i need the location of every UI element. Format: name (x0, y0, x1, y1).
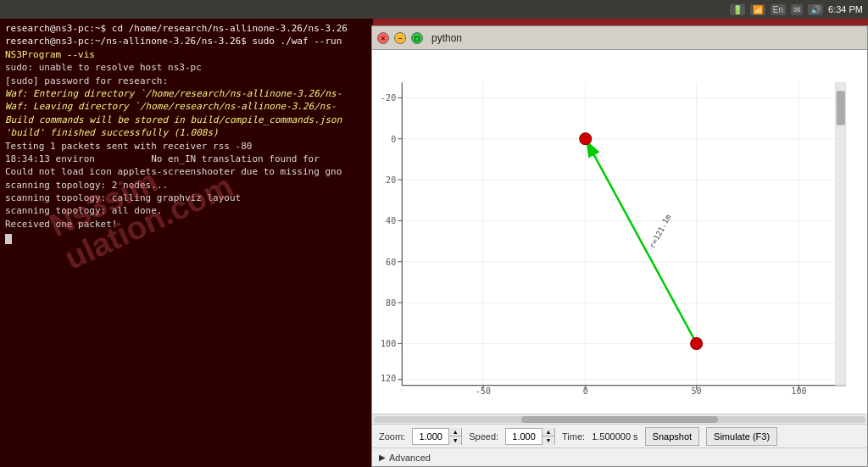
zoom-down-button[interactable]: ▼ (449, 436, 461, 445)
scroll-track (374, 416, 865, 423)
terminal-line-14: scanning topology: all done. (5, 204, 368, 217)
terminal-line-15: Received one packet! (5, 218, 368, 231)
svg-text:120: 120 (381, 374, 396, 383)
time-value: 1.500000 s (592, 431, 637, 442)
terminal-line-4: [sudo] password for research: (5, 75, 368, 87)
speed-down-button[interactable]: ▼ (542, 436, 554, 445)
terminal-line-12: scanning topology: 2 nodes... (5, 179, 368, 192)
svg-point-42 (580, 133, 592, 145)
speed-input[interactable] (506, 429, 542, 444)
python-titlebar: ✕ − □ python (372, 26, 867, 50)
terminal-line-8: 'build' finished successfully (1.008s) (5, 126, 368, 139)
terminal-line-9: Testing 1 packets sent with receiver rss… (5, 140, 368, 153)
advanced-arrow-icon: ▶ (379, 453, 386, 462)
svg-rect-45 (837, 91, 845, 125)
svg-rect-44 (836, 82, 846, 385)
battery-icon: 🔋 (730, 4, 745, 15)
scroll-thumb[interactable] (521, 416, 718, 423)
terminal-line-10: 18:34:13 environ No en_IN translation fo… (5, 153, 368, 165)
taskbar: 🔋 📶 En ✉ 🔊 6:34 PM (0, 0, 868, 19)
svg-text:40: 40 (386, 216, 396, 225)
terminal-line-13: scanning topology: calling graphviz layo… (5, 192, 368, 204)
svg-text:80: 80 (386, 298, 396, 308)
horizontal-scrollbar[interactable] (372, 414, 867, 424)
svg-text:20: 20 (386, 175, 396, 185)
mail-icon: ✉ (791, 4, 803, 15)
zoom-spin-buttons: ▲ ▼ (448, 428, 461, 445)
terminal-cursor-line (5, 231, 368, 243)
plot-toolbar: Zoom: ▲ ▼ Speed: ▲ ▼ Time: 1.500000 s Sn… (372, 424, 867, 448)
time-label: Time: (562, 431, 585, 442)
terminal-line-7: Build commands will be stored in build/c… (5, 114, 368, 126)
speed-spin-buttons: ▲ ▼ (542, 428, 554, 445)
speed-label: Speed: (469, 431, 498, 442)
zoom-up-button[interactable]: ▲ (449, 428, 461, 436)
taskbar-icons: 🔋 📶 En ✉ 🔊 6:34 PM (730, 4, 863, 15)
simulate-button[interactable]: Simulate (F3) (706, 427, 777, 446)
zoom-input[interactable] (413, 429, 448, 444)
advanced-bar[interactable]: ▶ Advanced (372, 448, 867, 466)
speed-spinbox[interactable]: ▲ ▼ (505, 428, 555, 445)
lang-icon: En (771, 4, 786, 15)
network-icon: 📶 (750, 4, 765, 15)
terminal-line-1: research@ns3-pc:~$ cd /home/research/ns-… (5, 22, 368, 35)
window-close-button[interactable]: ✕ (377, 32, 389, 44)
volume-icon: 🔊 (808, 4, 823, 15)
plot-svg: -20 0 20 40 60 80 100 120 -50 0 50 100 (372, 50, 867, 414)
svg-point-43 (691, 337, 703, 349)
speed-up-button[interactable]: ▲ (542, 428, 554, 436)
svg-rect-0 (372, 65, 867, 398)
advanced-label: Advanced (389, 453, 431, 463)
svg-text:100: 100 (381, 339, 396, 348)
zoom-label: Zoom: (379, 431, 405, 442)
terminal: research@ns3-pc:~$ cd /home/research/ns-… (0, 19, 373, 467)
terminal-line-5: Waf: Entering directory `/home/research/… (5, 87, 368, 100)
terminal-line-6: Waf: Leaving directory `/home/research/n… (5, 100, 368, 113)
zoom-spinbox[interactable]: ▲ ▼ (412, 428, 462, 445)
window-minimize-button[interactable]: − (394, 32, 406, 44)
snapshot-button[interactable]: Snapshot (645, 427, 699, 446)
taskbar-time: 6:34 PM (828, 4, 863, 14)
plot-area: -20 0 20 40 60 80 100 120 -50 0 50 100 (372, 50, 867, 414)
terminal-line-2: research@ns3-pc:~/ns-allinone-3.26/ns-3.… (5, 35, 368, 61)
terminal-line-11: Could not load icon applets-screenshoote… (5, 165, 368, 178)
svg-text:0: 0 (391, 135, 396, 144)
terminal-line-3: sudo: unable to resolve host ns3-pc (5, 61, 368, 74)
svg-text:60: 60 (386, 258, 396, 267)
window-maximize-button[interactable]: □ (411, 32, 423, 44)
svg-text:-20: -20 (381, 93, 396, 103)
python-window: ✕ − □ python -20 0 20 40 60 80 100 120 -… (371, 25, 868, 467)
window-title: python (431, 32, 462, 44)
